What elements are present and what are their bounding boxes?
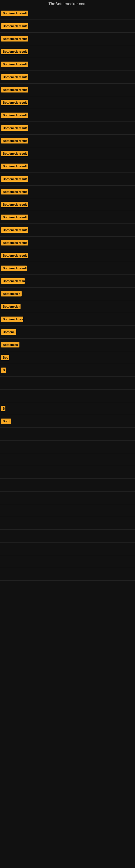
bottleneck-row (0, 568, 135, 581)
bottleneck-row: Bottleneck result (0, 7, 135, 20)
bottleneck-badge: Bottleneck result (1, 215, 28, 220)
bottleneck-badge: Bottleneck result (1, 49, 28, 54)
bottleneck-badge: Bottleneck result (1, 74, 28, 80)
bottleneck-row: Bottleneck r (0, 300, 135, 313)
bottleneck-badge: Bottleneck result (1, 240, 28, 246)
bottleneck-row: Bottleneck result (0, 58, 135, 70)
bottleneck-badge: Bottlene (1, 329, 16, 335)
bottleneck-badge: Bottleneck result (1, 100, 28, 105)
bottleneck-row (0, 479, 135, 491)
bottleneck-row: Bottleneck result (0, 71, 135, 83)
bottleneck-badge: Bottleneck result (1, 278, 25, 284)
bottleneck-badge: Bottleneck result (1, 62, 28, 67)
bottleneck-row (0, 377, 135, 389)
bottleneck-badge: Bottleneck r (1, 304, 20, 309)
bottleneck-row (0, 492, 135, 504)
bottleneck-row (0, 440, 135, 453)
bottleneck-row: Bottleneck result (0, 160, 135, 173)
bottleneck-row: Bottleneck result (0, 122, 135, 134)
bottleneck-badge: Bottleneck res (1, 316, 23, 322)
bottleneck-badge: Bottleneck (1, 342, 19, 347)
bottleneck-row: Bottleneck result (0, 249, 135, 262)
bottleneck-badge: Bottleneck result (1, 227, 28, 233)
bottleneck-row: Bottleneck result (0, 84, 135, 96)
bottleneck-row (0, 466, 135, 478)
page-container: TheBottlenecker.com Bottleneck resultBot… (0, 0, 135, 868)
bottleneck-row: Bottl (0, 415, 135, 428)
bottleneck-badge: Bottleneck result (1, 202, 28, 207)
rows-container: Bottleneck resultBottleneck resultBottle… (0, 7, 135, 581)
bottleneck-row (0, 530, 135, 542)
bottleneck-row (0, 555, 135, 568)
bottleneck-row: Bottleneck result (0, 20, 135, 32)
bottleneck-row: Bottleneck result (0, 275, 135, 287)
bottleneck-row: Bottleneck result (0, 109, 135, 122)
bottleneck-row: Bottleneck res (0, 313, 135, 326)
bottleneck-badge: Bottleneck result (1, 253, 28, 258)
bottleneck-row: Bottleneck result (0, 96, 135, 109)
bottleneck-row: Bottleneck result (0, 198, 135, 211)
bottleneck-badge: Bottleneck result (1, 125, 28, 131)
bottleneck-row: Bottleneck result (0, 147, 135, 160)
bottleneck-badge: Bottleneck result (1, 189, 28, 194)
bottleneck-row: Bottleneck result (0, 33, 135, 45)
bottleneck-row (0, 390, 135, 402)
bottleneck-row (0, 453, 135, 466)
bottleneck-badge: Bottleneck result (1, 176, 28, 182)
bottleneck-row: Bot (0, 351, 135, 364)
bottleneck-badge: Bottleneck result (1, 36, 28, 41)
bottleneck-badge: Bottleneck result (1, 10, 28, 16)
bottleneck-badge: Bot (1, 355, 9, 360)
bottleneck-row: Bottleneck result (0, 45, 135, 58)
bottleneck-row (0, 542, 135, 555)
bottleneck-row: B (0, 364, 135, 376)
bottleneck-badge: Bottleneck result (1, 87, 28, 93)
bottleneck-row: Bottlene (0, 326, 135, 338)
bottleneck-badge: Bottleneck result (1, 138, 28, 144)
bottleneck-row: B (0, 402, 135, 415)
bottleneck-row (0, 504, 135, 517)
bottleneck-row: Bottleneck result (0, 211, 135, 223)
bottleneck-row (0, 517, 135, 529)
bottleneck-badge: B (1, 368, 6, 373)
bottleneck-badge: Bottleneck result (1, 113, 28, 118)
bottleneck-row (0, 428, 135, 440)
bottleneck-badge: Bottleneck result (1, 266, 27, 271)
bottleneck-row: Bottleneck result (0, 134, 135, 147)
bottleneck-row: Bottleneck r (0, 287, 135, 300)
bottleneck-badge: Bottleneck result (1, 163, 28, 169)
bottleneck-row: Bottleneck result (0, 173, 135, 185)
bottleneck-badge: Bottleneck result (1, 23, 28, 29)
bottleneck-badge: Bottleneck result (1, 151, 28, 156)
bottleneck-row: Bottleneck result (0, 224, 135, 236)
bottleneck-row: Bottleneck result (0, 237, 135, 249)
bottleneck-badge: B (1, 406, 5, 411)
bottleneck-row: Bottleneck result (0, 262, 135, 275)
bottleneck-row: Bottleneck (0, 339, 135, 351)
site-title: TheBottlenecker.com (0, 0, 135, 7)
bottleneck-badge: Bottl (1, 418, 11, 424)
bottleneck-badge: Bottleneck r (1, 291, 21, 297)
bottleneck-row: Bottleneck result (0, 186, 135, 198)
